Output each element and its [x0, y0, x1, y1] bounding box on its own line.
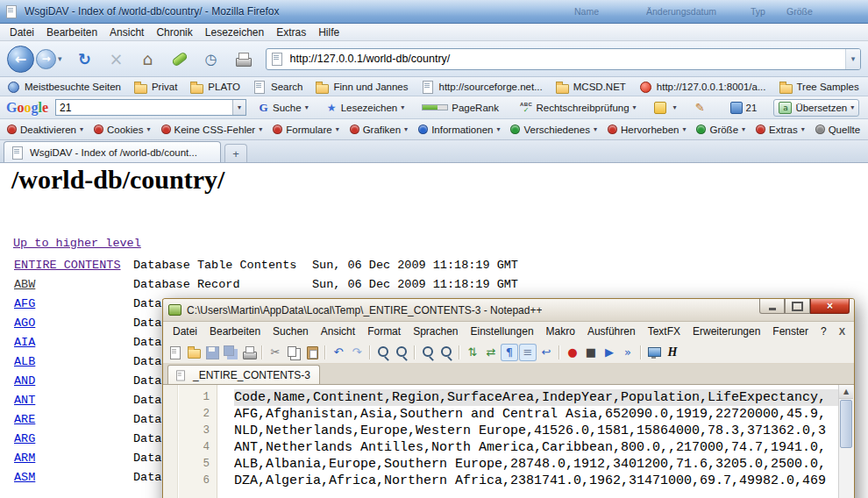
reload-icon[interactable]: ↻	[75, 48, 96, 69]
sync-horizontal-icon[interactable]: ⇄	[482, 344, 500, 361]
menu-item[interactable]: Datei	[4, 25, 40, 40]
google-search-dropdown-icon[interactable]: ▾	[232, 100, 245, 115]
directory-entry-link[interactable]: AFG	[14, 295, 35, 314]
directory-entry-link[interactable]: ARE	[14, 410, 35, 430]
editor-area[interactable]: 1 Code,Name,Continent,Region,SurfaceArea…	[164, 385, 853, 498]
forward-button[interactable]: →	[36, 49, 56, 69]
webdev-menu-item[interactable]: Grafiken ▾	[350, 125, 408, 135]
notepad-menu-item[interactable]: ?	[815, 324, 833, 339]
maximize-button[interactable]	[785, 299, 810, 314]
save-icon[interactable]	[203, 344, 221, 361]
webdev-menu-item[interactable]: Quellte	[815, 125, 864, 135]
tab-wsgidav[interactable]: WsgiDAV - Index of /world-db/count...	[4, 141, 221, 162]
menu-item[interactable]: Bearbeiten	[40, 25, 103, 40]
print-icon[interactable]	[240, 344, 258, 361]
directory-entry-link[interactable]: AGO	[14, 314, 35, 333]
sync-vertical-icon[interactable]: ⇅	[464, 344, 481, 361]
stop-icon[interactable]: ×	[106, 48, 127, 69]
macro-stop-icon[interactable]: ■	[582, 344, 600, 361]
google-toolbar-button[interactable]: 21	[726, 100, 765, 116]
directory-entry-link[interactable]: ABW	[14, 275, 35, 295]
close-button[interactable]: ×	[810, 299, 850, 314]
bookmark-item[interactable]: http://sourceforge.net...	[422, 81, 543, 93]
cut-icon[interactable]: ✂	[267, 344, 284, 361]
menu-item[interactable]: Extras	[270, 25, 312, 40]
bookmark-item[interactable]: Tree Samples	[779, 81, 859, 93]
directory-entry-link[interactable]: ENTIRE CONTENTS	[14, 256, 121, 275]
find-icon[interactable]	[374, 344, 392, 361]
directory-entry-link[interactable]: AIA	[14, 333, 35, 352]
notepad-menu-item[interactable]: Einstellungen	[465, 324, 540, 339]
directory-entry-link[interactable]: AND	[14, 372, 35, 391]
url-dropdown-icon[interactable]: ▾	[845, 49, 860, 69]
scrollbar-thumb[interactable]	[840, 400, 852, 448]
bookmark-item[interactable]: PLATO	[190, 81, 240, 93]
notepad-menu-item[interactable]: Datei	[167, 324, 203, 339]
zoom-out-icon[interactable]	[438, 344, 455, 361]
google-toolbar-button[interactable]: Rechtschreibprüfung ▾	[516, 100, 641, 116]
history-clock-icon[interactable]: ◷	[201, 48, 222, 69]
google-toolbar-button[interactable]: Suche ▾	[253, 100, 313, 116]
google-toolbar-button[interactable]: PageRank	[417, 101, 507, 115]
notepad-menu-item[interactable]: Fenster	[766, 324, 815, 339]
print-icon[interactable]	[232, 48, 253, 69]
notepad-menu-item[interactable]: TextFX	[642, 324, 687, 339]
notepad-menu-item[interactable]: Sprachen	[407, 324, 464, 339]
directory-entry-link[interactable]: ANT	[14, 391, 35, 410]
macro-play-icon[interactable]: ▶	[601, 344, 618, 361]
new-tab-button[interactable]: +	[224, 144, 247, 162]
bookmark-item[interactable]: http://127.0.0.1:8001/a...	[639, 81, 766, 93]
notepad-menu-item[interactable]: Format	[361, 324, 407, 339]
macro-record-icon[interactable]: ●	[564, 344, 581, 361]
monitor-icon[interactable]	[645, 344, 663, 361]
menu-item[interactable]: Hilfe	[312, 25, 345, 40]
webdev-menu-item[interactable]: Hervorheben ▾	[608, 125, 687, 135]
notepad-titlebar[interactable]: C:\Users\Martin\AppData\Local\Temp\_ENTI…	[163, 299, 854, 322]
replace-icon[interactable]	[393, 344, 410, 361]
notepad-menu-item[interactable]: Ausführen	[581, 324, 642, 339]
directory-entry-link[interactable]: ARM	[14, 449, 35, 468]
menu-item[interactable]: Lesezeichen	[199, 25, 270, 40]
url-bar[interactable]: http://127.0.0.1/world-db/country/ ▾	[266, 48, 861, 70]
separator[interactable]	[324, 345, 326, 359]
save-all-icon[interactable]	[222, 344, 239, 361]
history-dropdown-icon[interactable]: ▾	[58, 54, 62, 63]
webdev-menu-item[interactable]: Informationen ▾	[418, 125, 500, 135]
google-toolbar-button[interactable]	[690, 100, 717, 116]
copy-icon[interactable]	[285, 344, 302, 361]
webdev-menu-item[interactable]: Keine CSS-Fehler ▾	[161, 125, 263, 135]
notepad-menu-item[interactable]: Bearbeiten	[203, 324, 267, 339]
up-to-higher-level-link[interactable]: Up to higher level	[13, 237, 141, 250]
firefox-titlebar[interactable]: WsgiDAV - Index of /world-db/country/ - …	[0, 0, 868, 24]
minimize-button[interactable]	[759, 299, 785, 314]
back-button[interactable]: ←	[7, 46, 34, 73]
separator[interactable]	[369, 345, 371, 359]
webdev-menu-item[interactable]: Extras ▾	[756, 125, 805, 135]
notepad-file-tab[interactable]: _ENTIRE_CONTENTS-3	[167, 365, 320, 384]
html-preview-icon[interactable]: H	[664, 344, 681, 361]
google-search-box[interactable]: 21 ▾	[55, 99, 246, 116]
notepad-menu-item[interactable]: Suchen	[267, 324, 315, 339]
vertical-scrollbar[interactable]: ▲	[838, 385, 853, 498]
google-toolbar-button[interactable]: Übersetzen ▾	[773, 99, 859, 117]
undo-icon[interactable]: ↶	[330, 344, 347, 361]
menubar-close-icon[interactable]: X	[839, 326, 845, 337]
redo-icon[interactable]: ↷	[348, 344, 366, 361]
separator[interactable]	[261, 345, 263, 359]
separator[interactable]	[640, 345, 642, 359]
webdev-menu-item[interactable]: Größe ▾	[696, 125, 745, 135]
directory-entry-link[interactable]: ASM	[14, 468, 35, 487]
macro-run-multiple-icon[interactable]: »	[619, 344, 637, 361]
google-toolbar-button[interactable]: Lesezeichen ▾	[322, 100, 409, 116]
menu-item[interactable]: Ansicht	[103, 25, 150, 40]
scroll-up-arrow-icon[interactable]: ▲	[839, 385, 853, 399]
google-toolbar-button[interactable]: ▾	[650, 100, 681, 116]
separator[interactable]	[459, 345, 460, 359]
sage-leaf-icon[interactable]	[169, 48, 190, 69]
home-icon[interactable]: ⌂	[138, 48, 159, 69]
separator[interactable]	[559, 345, 560, 359]
notepad-menu-item[interactable]: Erweiterungen	[687, 324, 766, 339]
webdev-menu-item[interactable]: Formulare ▾	[273, 125, 338, 135]
notepad-menu-item[interactable]: Ansicht	[315, 324, 361, 339]
bookmark-item[interactable]: Privat	[134, 81, 177, 93]
